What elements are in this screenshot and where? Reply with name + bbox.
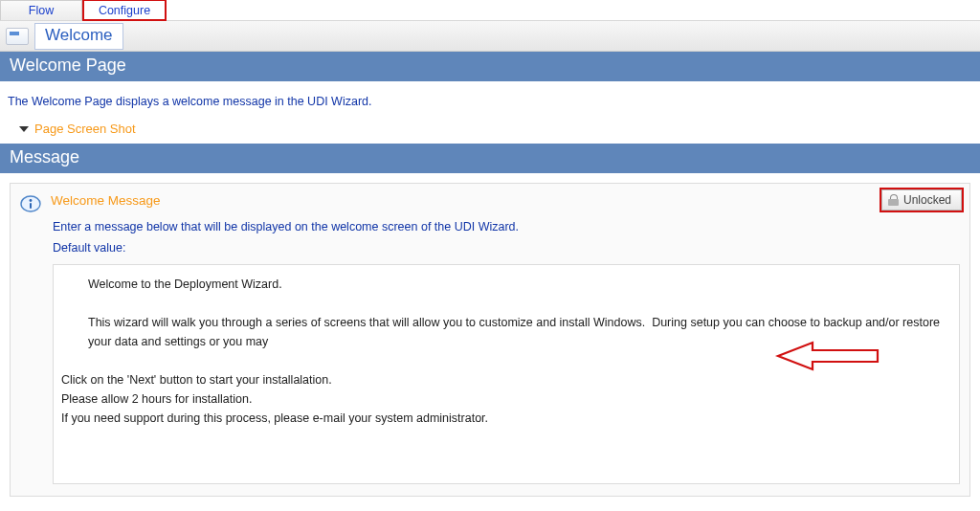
welcome-page-description: The Welcome Page displays a welcome mess… xyxy=(0,81,980,118)
message-subtitle: Enter a message below that will be displ… xyxy=(11,212,969,241)
message-panel: Welcome Message Unlocked Enter a message… xyxy=(10,183,970,497)
svg-rect-2 xyxy=(30,203,32,209)
section-header-message: Message xyxy=(0,144,980,173)
message-header-row: Welcome Message xyxy=(11,184,969,212)
expander-label: Page Screen Shot xyxy=(34,122,136,136)
section-header-welcome-page: Welcome Page xyxy=(0,52,980,81)
tab-flow[interactable]: Flow xyxy=(0,0,82,20)
default-value-label: Default value: xyxy=(11,241,969,260)
sub-toolbar: Welcome xyxy=(0,21,980,52)
lock-open-icon xyxy=(888,194,899,206)
chevron-down-icon xyxy=(19,126,29,132)
tab-configure[interactable]: Configure xyxy=(83,0,166,20)
unlocked-label: Unlocked xyxy=(903,193,951,207)
subtab-welcome[interactable]: Welcome xyxy=(34,23,123,50)
expander-page-screenshot[interactable]: Page Screen Shot xyxy=(0,118,980,144)
welcome-message-textarea[interactable]: Welcome to the Deployment Wizard. This w… xyxy=(53,264,960,484)
unlocked-button[interactable]: Unlocked xyxy=(881,189,962,211)
svg-point-1 xyxy=(30,199,33,202)
info-icon xyxy=(20,195,41,212)
top-tab-strip: Flow Configure xyxy=(0,0,980,21)
message-title: Welcome Message xyxy=(51,193,161,208)
page-icon xyxy=(6,28,29,45)
